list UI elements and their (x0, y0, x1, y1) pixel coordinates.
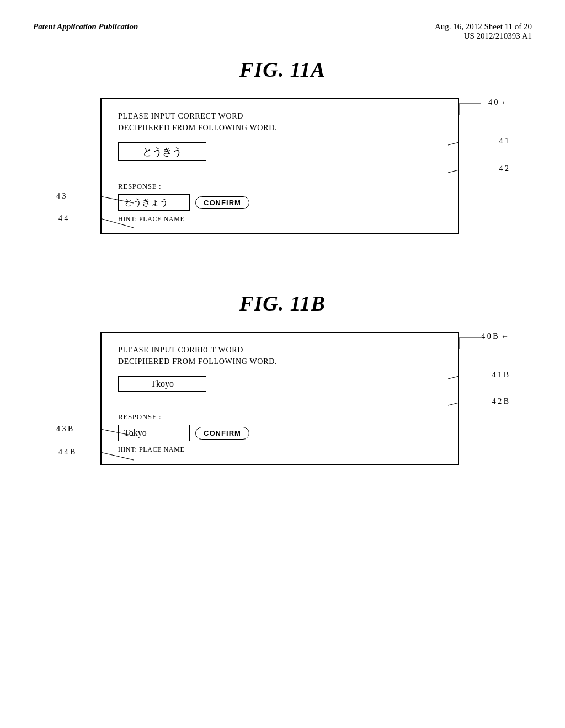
label-40b: 4 0 B ← (481, 332, 509, 341)
fig11b-word-display: Tkoyo (118, 376, 206, 392)
fig11b-response-label: RESPONSE : (118, 413, 161, 421)
fig-11b-title: FIG. 11B (33, 291, 532, 315)
fig11a-word-display: とうきう (118, 142, 206, 161)
fig11a-response-input[interactable]: とうきょう (118, 194, 190, 211)
label-43: 4 3 (56, 192, 66, 201)
header-right: Aug. 16, 2012 Sheet 11 of 20 US 2012/210… (435, 22, 532, 41)
label-41: 4 1 (499, 137, 509, 146)
fig11b-response-input[interactable]: Tokyo (118, 425, 190, 441)
label-40: 4 0 ← (488, 98, 509, 107)
patent-publication-label: Patent Application Publication (33, 22, 138, 31)
fig11b-confirm-button[interactable]: CONFIRM (195, 427, 249, 440)
fig11a-instruction: PLEASE INPUT CORRECT WORD DECIPHERED FRO… (118, 110, 441, 133)
page: Patent Application Publication Aug. 16, … (0, 0, 565, 728)
fig-11a-title: FIG. 11A (33, 57, 532, 82)
patent-number: US 2012/210393 A1 (435, 31, 532, 41)
fig11b-hint: HINT: PLACE NAME (118, 446, 441, 454)
label-42b: 4 2 B (492, 397, 509, 406)
label-44b: 4 4 B (58, 448, 75, 457)
fig11b-instruction: PLEASE INPUT CORRECT WORD DECIPHERED FRO… (118, 344, 441, 367)
label-42: 4 2 (499, 164, 509, 173)
header: Patent Application Publication Aug. 16, … (33, 22, 532, 41)
label-43b: 4 3 B (56, 425, 73, 433)
label-44: 4 4 (58, 214, 68, 223)
label-41b: 4 1 B (492, 371, 509, 379)
fig11a-hint: HINT: PLACE NAME (118, 215, 441, 223)
fig11a-confirm-button[interactable]: CONFIRM (195, 196, 249, 209)
fig11a-response-label: RESPONSE : (118, 182, 161, 190)
header-left: Patent Application Publication (33, 22, 138, 31)
sheet-info: Aug. 16, 2012 Sheet 11 of 20 (435, 22, 532, 31)
